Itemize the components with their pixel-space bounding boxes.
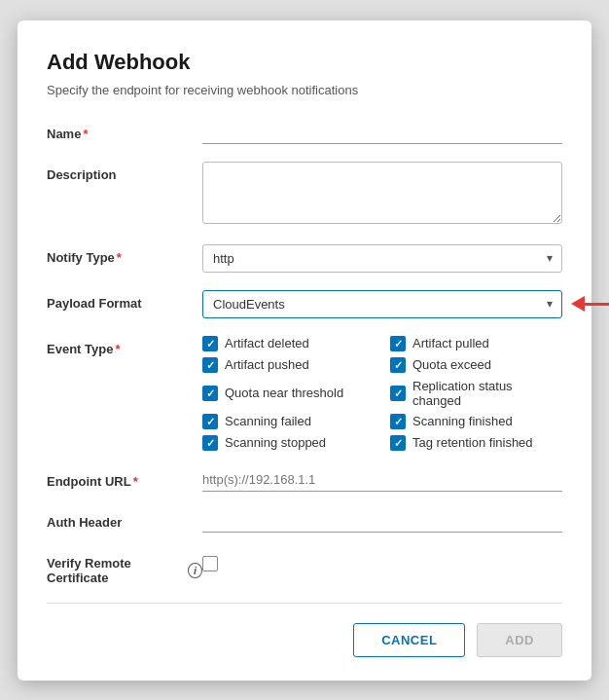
description-control <box>202 162 562 227</box>
dialog-footer: CANCEL ADD <box>47 623 562 657</box>
scanning-stopped-checkbox[interactable] <box>202 435 218 451</box>
arrow-line <box>585 303 609 306</box>
required-star-endpoint: * <box>133 474 138 489</box>
list-item[interactable]: Artifact deleted <box>202 336 375 351</box>
description-input[interactable] <box>202 162 562 224</box>
arrow-head-icon <box>571 296 585 312</box>
required-star-notify: * <box>117 250 122 265</box>
cancel-button[interactable]: CANCEL <box>353 623 465 657</box>
list-item[interactable]: Quota exceed <box>390 357 562 373</box>
dialog-subtitle: Specify the endpoint for receiving webho… <box>47 83 562 97</box>
list-item[interactable]: Scanning finished <box>390 414 562 429</box>
description-label: Description <box>47 162 202 182</box>
list-item[interactable]: Replication status changed <box>390 379 562 408</box>
artifact-pushed-checkbox[interactable] <box>202 357 218 373</box>
name-input[interactable] <box>202 121 562 144</box>
description-row: Description <box>47 162 562 227</box>
list-item[interactable]: Tag retention finished <box>390 435 562 451</box>
replication-status-changed-checkbox[interactable] <box>390 386 406 401</box>
list-item[interactable]: Scanning failed <box>202 414 375 429</box>
event-type-row: Event Type* Artifact deleted Artifact pu… <box>47 336 562 451</box>
auth-header-label: Auth Header <box>47 509 202 530</box>
payload-format-select[interactable]: Default CloudEvents <box>202 290 562 318</box>
quota-exceed-checkbox[interactable] <box>390 357 406 373</box>
verify-cert-label: Verify Remote Certificate i <box>47 550 202 585</box>
notify-type-select[interactable]: http slack <box>202 244 562 273</box>
auth-header-control <box>202 509 562 533</box>
list-item[interactable]: Artifact pulled <box>390 336 562 351</box>
scanning-failed-checkbox[interactable] <box>202 414 218 429</box>
list-item[interactable]: Quota near threshold <box>202 379 375 408</box>
name-control <box>202 121 562 144</box>
list-item[interactable]: Artifact pushed <box>202 357 375 373</box>
endpoint-url-row: Endpoint URL* <box>47 468 562 492</box>
event-type-control: Artifact deleted Artifact pulled Artifac… <box>202 336 562 451</box>
dialog-title: Add Webhook <box>47 50 562 75</box>
verify-cert-row: Verify Remote Certificate i <box>47 550 562 585</box>
add-button[interactable]: ADD <box>477 623 562 657</box>
payload-format-wrapper: Default CloudEvents ▾ <box>202 290 562 318</box>
scanning-finished-checkbox[interactable] <box>390 414 406 429</box>
auth-header-row: Auth Header <box>47 509 562 533</box>
payload-format-row: Payload Format Default CloudEvents ▾ <box>47 290 562 318</box>
name-row: Name* <box>47 121 562 144</box>
tag-retention-finished-checkbox[interactable] <box>390 435 406 451</box>
payload-format-label: Payload Format <box>47 290 202 311</box>
event-type-grid: Artifact deleted Artifact pulled Artifac… <box>202 336 562 451</box>
event-type-label: Event Type* <box>47 336 202 356</box>
verify-cert-checkbox[interactable] <box>202 556 218 571</box>
endpoint-url-control <box>202 468 562 492</box>
required-star-event: * <box>115 342 120 356</box>
required-star: * <box>83 127 88 141</box>
notify-type-row: Notify Type* http slack ▾ <box>47 244 562 273</box>
info-icon[interactable]: i <box>188 563 202 578</box>
add-webhook-dialog: Add Webhook Specify the endpoint for rec… <box>18 20 591 681</box>
notify-type-wrapper: http slack ▾ <box>202 244 562 273</box>
verify-cert-control <box>202 550 562 574</box>
auth-header-input[interactable] <box>202 509 562 533</box>
arrow-indicator <box>571 296 609 312</box>
notify-type-label: Notify Type* <box>47 244 202 265</box>
name-label: Name* <box>47 121 202 141</box>
quota-near-threshold-checkbox[interactable] <box>202 386 218 401</box>
footer-divider <box>47 603 562 604</box>
list-item[interactable]: Scanning stopped <box>202 435 375 451</box>
payload-format-control: Default CloudEvents ▾ <box>202 290 562 318</box>
notify-type-control: http slack ▾ <box>202 244 562 273</box>
artifact-pulled-checkbox[interactable] <box>390 336 406 351</box>
endpoint-url-label: Endpoint URL* <box>47 468 202 489</box>
endpoint-url-input[interactable] <box>202 468 562 492</box>
artifact-deleted-checkbox[interactable] <box>202 336 218 351</box>
